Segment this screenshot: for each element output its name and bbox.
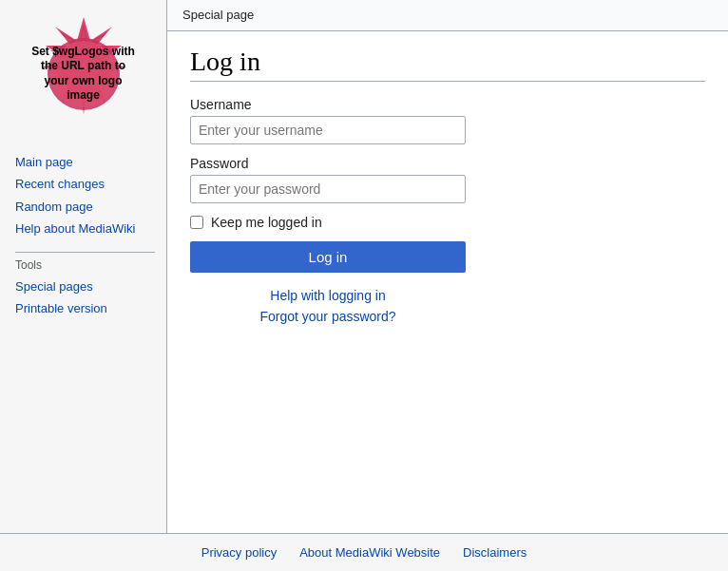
footer-about-link[interactable]: About MediaWiki Website [299, 545, 440, 560]
help-logging-in-link[interactable]: Help with logging in [190, 288, 466, 303]
main-content: Special page Log in Username Password Ke… [166, 0, 728, 571]
svg-point-5 [50, 41, 117, 107]
username-label: Username [190, 97, 705, 112]
footer: Privacy policy About MediaWiki Website D… [0, 533, 728, 571]
username-input[interactable] [190, 116, 466, 144]
sidebar-item-recent-changes[interactable]: Recent changes [15, 173, 155, 195]
login-form: Username Password Keep me logged in Log … [190, 97, 705, 324]
tools-section-title: Tools [15, 252, 155, 272]
keep-logged-in-label: Keep me logged in [211, 215, 322, 230]
help-links: Help with logging in Forgot your passwor… [190, 288, 466, 324]
sidebar-item-help[interactable]: Help about MediaWiki [15, 218, 155, 239]
footer-disclaimers-link[interactable]: Disclaimers [463, 545, 527, 560]
login-button[interactable]: Log in [190, 241, 466, 273]
sidebar-item-main-page[interactable]: Main page [15, 151, 155, 173]
logo-area: Set $wgLogos with the URL path to your o… [0, 0, 166, 147]
sidebar-navigation: Main page Recent changes Random page Hel… [0, 147, 166, 327]
keep-logged-in-row: Keep me logged in [190, 215, 705, 230]
password-group: Password [190, 156, 705, 203]
footer-links: Privacy policy About MediaWiki Website D… [0, 545, 728, 560]
sidebar-item-random-page[interactable]: Random page [15, 196, 155, 218]
tab-bar: Special page [167, 0, 728, 31]
forgot-password-link[interactable]: Forgot your password? [190, 309, 466, 324]
password-label: Password [190, 156, 705, 171]
footer-privacy-link[interactable]: Privacy policy [201, 545, 277, 560]
username-group: Username [190, 97, 705, 144]
page-title: Log in [190, 47, 705, 82]
tab-special-page: Special page [182, 0, 269, 31]
sidebar: Set $wgLogos with the URL path to your o… [0, 0, 166, 571]
starburst-svg [22, 12, 145, 136]
logo-starburst: Set $wgLogos with the URL path to your o… [22, 12, 145, 136]
keep-logged-in-checkbox[interactable] [190, 216, 203, 229]
sidebar-item-special-pages[interactable]: Special pages [15, 276, 155, 297]
content-area: Log in Username Password Keep me logged … [167, 31, 728, 430]
password-input[interactable] [190, 175, 466, 203]
sidebar-item-printable[interactable]: Printable version [15, 297, 155, 319]
